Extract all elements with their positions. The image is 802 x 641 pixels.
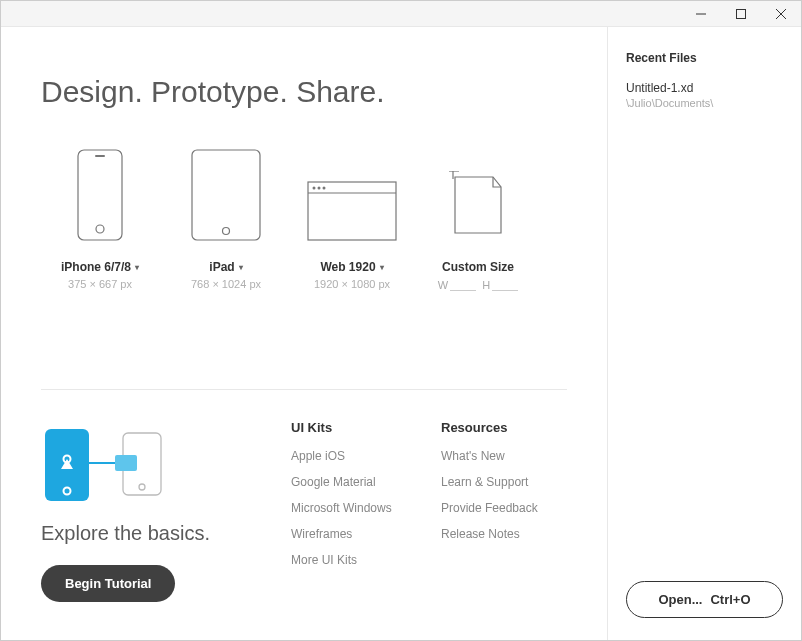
chevron-down-icon: ▾ <box>380 263 384 272</box>
chevron-down-icon: ▾ <box>135 263 139 272</box>
minimize-icon <box>696 9 706 19</box>
custom-height-input[interactable] <box>492 278 518 291</box>
resources-column: Resources What's New Learn & Support Pro… <box>441 420 567 602</box>
right-panel: Recent Files Untitled-1.xd \Julio\Docume… <box>607 27 801 641</box>
begin-tutorial-button[interactable]: Begin Tutorial <box>41 565 175 602</box>
close-button[interactable] <box>761 1 801 27</box>
titlebar <box>1 1 801 27</box>
preset-iphone[interactable]: iPhone 6/7/8 ▾ 375 × 667 px <box>41 145 159 291</box>
iphone-icon <box>77 149 123 241</box>
uikit-link-wireframes[interactable]: Wireframes <box>291 527 417 541</box>
preset-thumb <box>293 145 411 241</box>
resources-heading: Resources <box>441 420 567 435</box>
svg-point-13 <box>323 187 326 190</box>
preset-dims: 375 × 667 px <box>41 278 159 290</box>
uikit-link-more[interactable]: More UI Kits <box>291 553 417 567</box>
resource-link-whatsnew[interactable]: What's New <box>441 449 567 463</box>
close-icon <box>776 9 786 19</box>
resource-link-releasenotes[interactable]: Release Notes <box>441 527 567 541</box>
minimize-button[interactable] <box>681 1 721 27</box>
left-panel: Design. Prototype. Share. iPhone 6/7/8 ▾… <box>1 27 607 641</box>
svg-rect-6 <box>95 155 105 157</box>
recent-file-path: \Julio\Documents\ <box>626 97 783 109</box>
svg-point-8 <box>223 228 230 235</box>
svg-rect-9 <box>308 182 396 240</box>
svg-point-5 <box>96 225 104 233</box>
resource-link-support[interactable]: Learn & Support <box>441 475 567 489</box>
chevron-down-icon: ▾ <box>239 263 243 272</box>
svg-rect-7 <box>192 150 260 240</box>
resource-link-feedback[interactable]: Provide Feedback <box>441 501 567 515</box>
svg-rect-4 <box>78 150 122 240</box>
open-button-label: Open... <box>658 592 702 607</box>
uikits-heading: UI Kits <box>291 420 417 435</box>
bottom-row: Explore the basics. Begin Tutorial UI Ki… <box>41 389 567 622</box>
uikits-column: UI Kits Apple iOS Google Material Micros… <box>291 420 417 602</box>
preset-label: Web 1920 ▾ <box>320 260 383 274</box>
preset-custom[interactable]: Custom Size W H <box>419 145 537 291</box>
basics-section: Explore the basics. Begin Tutorial <box>41 420 271 602</box>
preset-label: Custom Size <box>442 260 514 274</box>
preset-web[interactable]: Web 1920 ▾ 1920 × 1080 px <box>293 145 411 291</box>
preset-dims: 1920 × 1080 px <box>293 278 411 290</box>
recent-file-name: Untitled-1.xd <box>626 81 783 95</box>
page-title: Design. Prototype. Share. <box>41 75 567 109</box>
preset-row: iPhone 6/7/8 ▾ 375 × 667 px iPad ▾ 768 ×… <box>41 145 567 291</box>
preset-ipad[interactable]: iPad ▾ 768 × 1024 px <box>167 145 285 291</box>
svg-rect-1 <box>737 9 746 18</box>
maximize-icon <box>736 9 746 19</box>
custom-size-fields: W H <box>419 278 537 291</box>
svg-point-11 <box>313 187 316 190</box>
tutorial-icon <box>41 425 171 505</box>
browser-icon <box>307 181 397 241</box>
uikit-link-apple[interactable]: Apple iOS <box>291 449 417 463</box>
basics-caption: Explore the basics. <box>41 522 271 545</box>
preset-dims: 768 × 1024 px <box>167 278 285 290</box>
open-button[interactable]: Open... Ctrl+O <box>626 581 783 618</box>
recent-file-item[interactable]: Untitled-1.xd \Julio\Documents\ <box>626 81 783 109</box>
open-button-shortcut: Ctrl+O <box>710 592 750 607</box>
recent-files-heading: Recent Files <box>626 51 783 65</box>
ipad-icon <box>191 149 261 241</box>
svg-rect-22 <box>115 455 137 471</box>
custom-width-input[interactable] <box>450 278 476 291</box>
preset-thumb <box>419 145 537 241</box>
main-area: Design. Prototype. Share. iPhone 6/7/8 ▾… <box>1 27 801 641</box>
custom-width-label: W <box>438 279 448 291</box>
tutorial-illustration <box>41 420 271 510</box>
svg-point-12 <box>318 187 321 190</box>
uikit-link-google[interactable]: Google Material <box>291 475 417 489</box>
custom-size-icon <box>449 171 507 241</box>
uikit-link-microsoft[interactable]: Microsoft Windows <box>291 501 417 515</box>
preset-label: iPad ▾ <box>209 260 242 274</box>
custom-height-label: H <box>482 279 490 291</box>
preset-thumb <box>167 145 285 241</box>
preset-thumb <box>41 145 159 241</box>
link-columns: UI Kits Apple iOS Google Material Micros… <box>291 420 567 602</box>
svg-point-20 <box>139 484 145 490</box>
preset-label: iPhone 6/7/8 ▾ <box>61 260 139 274</box>
maximize-button[interactable] <box>721 1 761 27</box>
